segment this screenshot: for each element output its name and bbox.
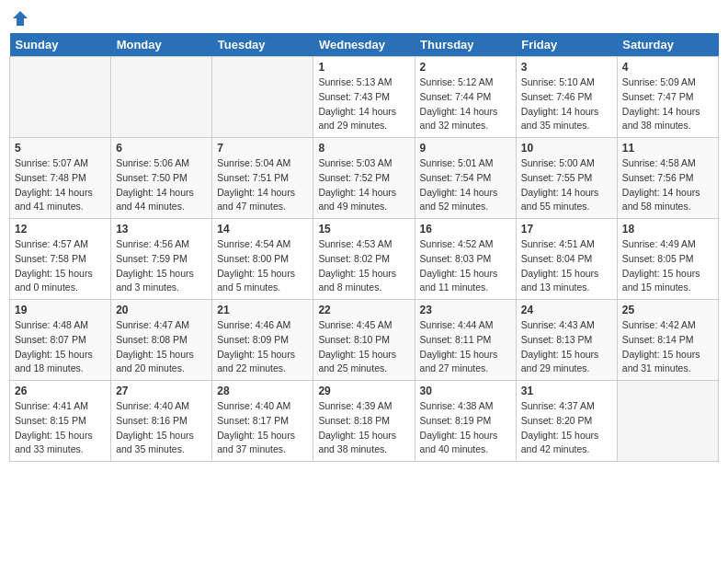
- day-number: 31: [521, 385, 612, 397]
- day-header-saturday: Saturday: [617, 33, 718, 57]
- day-info: Sunrise: 5:06 AM Sunset: 7:50 PM Dayligh…: [116, 156, 207, 214]
- day-info: Sunrise: 4:46 AM Sunset: 8:09 PM Dayligh…: [217, 318, 308, 376]
- day-number: 21: [217, 304, 308, 316]
- day-info: Sunrise: 4:41 AM Sunset: 8:15 PM Dayligh…: [15, 399, 106, 457]
- day-info: Sunrise: 4:51 AM Sunset: 8:04 PM Dayligh…: [521, 237, 612, 295]
- day-number: 23: [420, 304, 511, 316]
- day-number: 25: [622, 304, 713, 316]
- calendar-cell: 13Sunrise: 4:56 AM Sunset: 7:59 PM Dayli…: [111, 219, 212, 300]
- days-header-row: SundayMondayTuesdayWednesdayThursdayFrid…: [10, 33, 719, 57]
- day-number: 29: [318, 385, 409, 397]
- day-number: 17: [521, 223, 612, 236]
- calendar-cell: 21Sunrise: 4:46 AM Sunset: 8:09 PM Dayli…: [212, 300, 313, 381]
- day-number: 22: [318, 304, 409, 316]
- calendar-cell: 12Sunrise: 4:57 AM Sunset: 7:58 PM Dayli…: [10, 219, 111, 300]
- day-info: Sunrise: 4:38 AM Sunset: 8:19 PM Dayligh…: [420, 399, 511, 457]
- calendar-cell: 27Sunrise: 4:40 AM Sunset: 8:16 PM Dayli…: [111, 381, 212, 462]
- svg-marker-0: [13, 11, 28, 26]
- page-header: [9, 9, 719, 28]
- calendar-cell: [617, 381, 718, 462]
- day-number: 12: [15, 223, 106, 236]
- calendar-cell: 26Sunrise: 4:41 AM Sunset: 8:15 PM Dayli…: [10, 381, 111, 462]
- day-number: 4: [622, 61, 713, 74]
- calendar-table: SundayMondayTuesdayWednesdayThursdayFrid…: [9, 33, 719, 462]
- calendar-cell: 30Sunrise: 4:38 AM Sunset: 8:19 PM Dayli…: [415, 381, 516, 462]
- day-info: Sunrise: 4:39 AM Sunset: 8:18 PM Dayligh…: [318, 399, 409, 457]
- day-number: 20: [116, 304, 207, 316]
- day-number: 6: [116, 142, 207, 155]
- day-info: Sunrise: 4:58 AM Sunset: 7:56 PM Dayligh…: [622, 156, 713, 214]
- calendar-week-row: 5Sunrise: 5:07 AM Sunset: 7:48 PM Daylig…: [10, 138, 719, 219]
- day-number: 5: [15, 142, 106, 155]
- day-info: Sunrise: 5:13 AM Sunset: 7:43 PM Dayligh…: [318, 75, 409, 133]
- day-number: 30: [420, 385, 511, 397]
- calendar-cell: 2Sunrise: 5:12 AM Sunset: 7:44 PM Daylig…: [415, 57, 516, 138]
- day-info: Sunrise: 4:48 AM Sunset: 8:07 PM Dayligh…: [15, 318, 106, 376]
- day-info: Sunrise: 5:03 AM Sunset: 7:52 PM Dayligh…: [318, 156, 409, 214]
- day-number: 10: [521, 142, 612, 155]
- day-info: Sunrise: 4:42 AM Sunset: 8:14 PM Dayligh…: [622, 318, 713, 376]
- day-header-wednesday: Wednesday: [313, 33, 415, 57]
- calendar-cell: [111, 57, 212, 138]
- logo-icon: [11, 9, 29, 28]
- day-number: 11: [622, 142, 713, 155]
- day-number: 1: [318, 61, 409, 74]
- day-info: Sunrise: 5:07 AM Sunset: 7:48 PM Dayligh…: [15, 156, 106, 214]
- calendar-cell: 16Sunrise: 4:52 AM Sunset: 8:03 PM Dayli…: [415, 219, 516, 300]
- calendar-cell: 4Sunrise: 5:09 AM Sunset: 7:47 PM Daylig…: [617, 57, 718, 138]
- calendar-cell: 8Sunrise: 5:03 AM Sunset: 7:52 PM Daylig…: [313, 138, 415, 219]
- day-info: Sunrise: 4:45 AM Sunset: 8:10 PM Dayligh…: [318, 318, 409, 376]
- calendar-cell: 31Sunrise: 4:37 AM Sunset: 8:20 PM Dayli…: [516, 381, 617, 462]
- day-number: 3: [521, 61, 612, 74]
- day-info: Sunrise: 4:53 AM Sunset: 8:02 PM Dayligh…: [318, 237, 409, 295]
- calendar-cell: 11Sunrise: 4:58 AM Sunset: 7:56 PM Dayli…: [617, 138, 718, 219]
- day-info: Sunrise: 5:04 AM Sunset: 7:51 PM Dayligh…: [217, 156, 308, 214]
- day-number: 26: [15, 385, 106, 397]
- day-number: 8: [318, 142, 409, 155]
- calendar-cell: 24Sunrise: 4:43 AM Sunset: 8:13 PM Dayli…: [516, 300, 617, 381]
- calendar-cell: 3Sunrise: 5:10 AM Sunset: 7:46 PM Daylig…: [516, 57, 617, 138]
- day-info: Sunrise: 4:44 AM Sunset: 8:11 PM Dayligh…: [420, 318, 511, 376]
- calendar-cell: 18Sunrise: 4:49 AM Sunset: 8:05 PM Dayli…: [617, 219, 718, 300]
- day-info: Sunrise: 4:43 AM Sunset: 8:13 PM Dayligh…: [521, 318, 612, 376]
- day-info: Sunrise: 4:37 AM Sunset: 8:20 PM Dayligh…: [521, 399, 612, 457]
- day-info: Sunrise: 4:54 AM Sunset: 8:00 PM Dayligh…: [217, 237, 308, 295]
- day-number: 9: [420, 142, 511, 155]
- day-header-tuesday: Tuesday: [212, 33, 313, 57]
- calendar-cell: 15Sunrise: 4:53 AM Sunset: 8:02 PM Dayli…: [313, 219, 415, 300]
- day-info: Sunrise: 5:01 AM Sunset: 7:54 PM Dayligh…: [420, 156, 511, 214]
- day-number: 24: [521, 304, 612, 316]
- calendar-week-row: 19Sunrise: 4:48 AM Sunset: 8:07 PM Dayli…: [10, 300, 719, 381]
- calendar-week-row: 26Sunrise: 4:41 AM Sunset: 8:15 PM Dayli…: [10, 381, 719, 462]
- day-info: Sunrise: 5:00 AM Sunset: 7:55 PM Dayligh…: [521, 156, 612, 214]
- day-info: Sunrise: 4:40 AM Sunset: 8:17 PM Dayligh…: [217, 399, 308, 457]
- calendar-cell: [10, 57, 111, 138]
- day-number: 7: [217, 142, 308, 155]
- logo: [9, 9, 29, 28]
- calendar-cell: 7Sunrise: 5:04 AM Sunset: 7:51 PM Daylig…: [212, 138, 313, 219]
- day-number: 19: [15, 304, 106, 316]
- day-header-friday: Friday: [516, 33, 617, 57]
- calendar-cell: 5Sunrise: 5:07 AM Sunset: 7:48 PM Daylig…: [10, 138, 111, 219]
- calendar-cell: 29Sunrise: 4:39 AM Sunset: 8:18 PM Dayli…: [313, 381, 415, 462]
- calendar-cell: 20Sunrise: 4:47 AM Sunset: 8:08 PM Dayli…: [111, 300, 212, 381]
- calendar-cell: 9Sunrise: 5:01 AM Sunset: 7:54 PM Daylig…: [415, 138, 516, 219]
- calendar-cell: 22Sunrise: 4:45 AM Sunset: 8:10 PM Dayli…: [313, 300, 415, 381]
- day-header-thursday: Thursday: [415, 33, 516, 57]
- day-info: Sunrise: 4:57 AM Sunset: 7:58 PM Dayligh…: [15, 237, 106, 295]
- day-number: 14: [217, 223, 308, 236]
- day-number: 2: [420, 61, 511, 74]
- day-info: Sunrise: 4:49 AM Sunset: 8:05 PM Dayligh…: [622, 237, 713, 295]
- calendar-cell: 6Sunrise: 5:06 AM Sunset: 7:50 PM Daylig…: [111, 138, 212, 219]
- calendar-cell: 23Sunrise: 4:44 AM Sunset: 8:11 PM Dayli…: [415, 300, 516, 381]
- calendar-week-row: 1Sunrise: 5:13 AM Sunset: 7:43 PM Daylig…: [10, 57, 719, 138]
- calendar-cell: [212, 57, 313, 138]
- day-info: Sunrise: 4:40 AM Sunset: 8:16 PM Dayligh…: [116, 399, 207, 457]
- day-number: 15: [318, 223, 409, 236]
- day-info: Sunrise: 4:56 AM Sunset: 7:59 PM Dayligh…: [116, 237, 207, 295]
- day-header-sunday: Sunday: [10, 33, 111, 57]
- calendar-cell: 19Sunrise: 4:48 AM Sunset: 8:07 PM Dayli…: [10, 300, 111, 381]
- day-number: 13: [116, 223, 207, 236]
- day-number: 27: [116, 385, 207, 397]
- day-info: Sunrise: 5:12 AM Sunset: 7:44 PM Dayligh…: [420, 75, 511, 133]
